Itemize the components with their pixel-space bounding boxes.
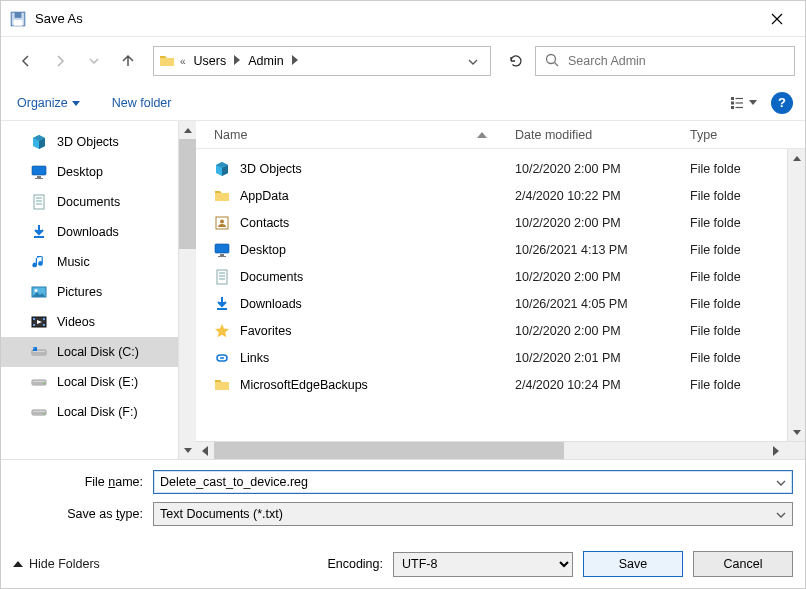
filename-combo[interactable] xyxy=(153,470,793,494)
cube-3d-icon xyxy=(31,134,47,150)
file-row[interactable]: Documents10/2/2020 2:00 PMFile folde xyxy=(196,263,787,290)
sidebar: 3D ObjectsDesktopDocumentsDownloadsMusic… xyxy=(1,121,196,459)
file-type: File folde xyxy=(686,324,787,338)
file-row[interactable]: Contacts10/2/2020 2:00 PMFile folde xyxy=(196,209,787,236)
file-name: Contacts xyxy=(240,216,289,230)
file-row[interactable]: AppData2/4/2020 10:22 PMFile folde xyxy=(196,182,787,209)
file-row[interactable]: Favorites10/2/2020 2:00 PMFile folde xyxy=(196,317,787,344)
sidebar-item[interactable]: Music xyxy=(1,247,178,277)
folder-icon xyxy=(214,377,230,393)
sidebar-item-label: Music xyxy=(57,255,90,269)
encoding-label: Encoding: xyxy=(327,557,383,571)
filelist-hscrollbar[interactable] xyxy=(196,441,805,459)
breadcrumb-separator[interactable] xyxy=(230,55,244,67)
organize-label: Organize xyxy=(17,96,68,110)
forward-button[interactable] xyxy=(45,46,75,76)
sidebar-item[interactable]: Local Disk (C:) xyxy=(1,337,178,367)
scroll-up-icon[interactable] xyxy=(179,121,196,139)
sidebar-item-label: Local Disk (E:) xyxy=(57,375,138,389)
file-row[interactable]: Desktop10/26/2021 4:13 PMFile folde xyxy=(196,236,787,263)
encoding-select[interactable]: UTF-8 xyxy=(393,552,573,577)
window-title: Save As xyxy=(35,11,757,26)
caret-down-icon[interactable] xyxy=(776,509,786,520)
hide-folders-button[interactable]: Hide Folders xyxy=(13,557,100,571)
scroll-up-icon[interactable] xyxy=(788,149,805,167)
breadcrumb-dropdown[interactable] xyxy=(460,56,486,67)
caret-down-icon[interactable] xyxy=(776,477,786,488)
sidebar-item[interactable]: Local Disk (F:) xyxy=(1,397,178,427)
desktop-icon xyxy=(31,164,47,180)
file-name: 3D Objects xyxy=(240,162,302,176)
scroll-left-icon[interactable] xyxy=(196,442,214,460)
back-button[interactable] xyxy=(11,46,41,76)
file-row[interactable]: Links10/2/2020 2:01 PMFile folde xyxy=(196,344,787,371)
file-row[interactable]: 3D Objects10/2/2020 2:00 PMFile folde xyxy=(196,155,787,182)
scroll-thumb[interactable] xyxy=(788,167,805,397)
up-button[interactable] xyxy=(113,46,143,76)
filelist-scrollbar[interactable] xyxy=(787,149,805,441)
refresh-button[interactable] xyxy=(501,46,531,76)
column-date[interactable]: Date modified xyxy=(511,128,686,142)
desktop-icon xyxy=(214,242,230,258)
scroll-right-icon[interactable] xyxy=(767,442,785,460)
file-row[interactable]: Downloads10/26/2021 4:05 PMFile folde xyxy=(196,290,787,317)
sidebar-item[interactable]: Local Disk (E:) xyxy=(1,367,178,397)
scroll-thumb[interactable] xyxy=(179,139,196,249)
file-name: Desktop xyxy=(240,243,286,257)
sidebar-item[interactable]: Videos xyxy=(1,307,178,337)
sidebar-scrollbar[interactable] xyxy=(178,121,196,459)
file-name: AppData xyxy=(240,189,289,203)
breadcrumb-crumb-0[interactable]: Users xyxy=(190,54,231,68)
file-name: Favorites xyxy=(240,324,291,338)
organize-button[interactable]: Organize xyxy=(13,92,84,114)
column-name[interactable]: Name xyxy=(196,128,511,142)
help-button[interactable]: ? xyxy=(771,92,793,114)
search-input[interactable] xyxy=(568,54,786,68)
savetype-value: Text Documents (*.txt) xyxy=(160,507,283,521)
scroll-down-icon[interactable] xyxy=(179,441,196,459)
save-button[interactable]: Save xyxy=(583,551,683,577)
document-icon xyxy=(31,194,47,210)
sidebar-item[interactable]: Documents xyxy=(1,187,178,217)
close-button[interactable] xyxy=(757,1,797,37)
scroll-down-icon[interactable] xyxy=(788,423,805,441)
music-icon xyxy=(31,254,47,270)
file-type: File folde xyxy=(686,270,787,284)
savetype-label: Save as type: xyxy=(13,507,153,521)
recent-locations-button[interactable] xyxy=(79,46,109,76)
breadcrumb-separator[interactable] xyxy=(288,55,302,67)
file-type: File folde xyxy=(686,216,787,230)
breadcrumb-root-chevron[interactable]: « xyxy=(176,56,190,67)
sidebar-item-label: Desktop xyxy=(57,165,103,179)
sidebar-item[interactable]: Desktop xyxy=(1,157,178,187)
file-row[interactable]: MicrosoftEdgeBackups2/4/2020 10:24 PMFil… xyxy=(196,371,787,398)
cube-3d-icon xyxy=(214,161,230,177)
savetype-combo[interactable]: Text Documents (*.txt) xyxy=(153,502,793,526)
footer: Hide Folders Encoding: UTF-8 Save Cancel xyxy=(1,540,805,588)
contacts-icon xyxy=(214,215,230,231)
breadcrumb-crumb-1[interactable]: Admin xyxy=(244,54,287,68)
file-date: 10/2/2020 2:00 PM xyxy=(511,324,686,338)
sidebar-item[interactable]: Downloads xyxy=(1,217,178,247)
document-icon xyxy=(214,269,230,285)
breadcrumb-bar[interactable]: « Users Admin xyxy=(153,46,491,76)
download-icon xyxy=(214,296,230,312)
file-date: 2/4/2020 10:24 PM xyxy=(511,378,686,392)
scroll-thumb[interactable] xyxy=(214,442,564,459)
sidebar-item[interactable]: Pictures xyxy=(1,277,178,307)
file-type: File folde xyxy=(686,243,787,257)
file-type: File folde xyxy=(686,297,787,311)
view-options-button[interactable] xyxy=(729,95,757,111)
toolbar: Organize New folder ? xyxy=(1,85,805,121)
title-bar: Save As xyxy=(1,1,805,37)
file-date: 10/2/2020 2:00 PM xyxy=(511,162,686,176)
search-box[interactable] xyxy=(535,46,795,76)
caret-down-icon xyxy=(72,98,80,108)
column-type[interactable]: Type xyxy=(686,128,805,142)
sidebar-item-label: Local Disk (F:) xyxy=(57,405,138,419)
cancel-button[interactable]: Cancel xyxy=(693,551,793,577)
new-folder-button[interactable]: New folder xyxy=(108,92,176,114)
file-type: File folde xyxy=(686,189,787,203)
filename-input[interactable] xyxy=(160,475,776,489)
sidebar-item[interactable]: 3D Objects xyxy=(1,127,178,157)
